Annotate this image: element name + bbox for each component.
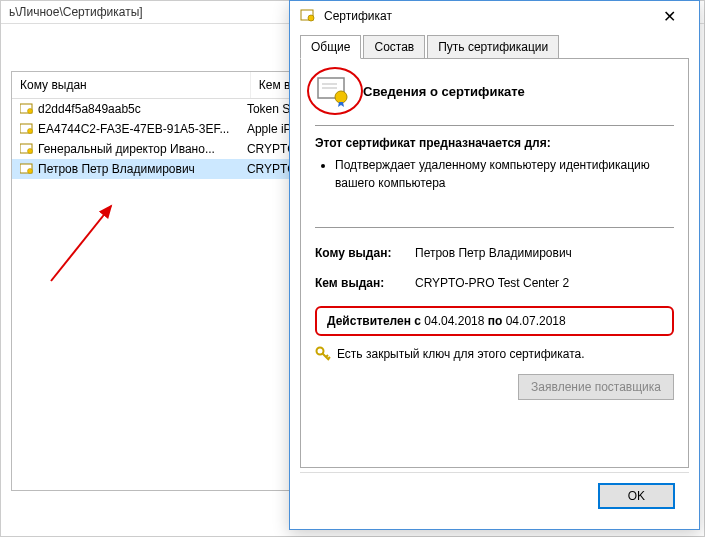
- cert-name: d2dd4f5a849aab5c: [38, 102, 247, 116]
- divider: [315, 227, 674, 228]
- private-key-row: Есть закрытый ключ для этого сертификата…: [315, 346, 674, 362]
- dialog-body: Общие Состав Путь сертификации Сведения …: [290, 31, 699, 529]
- issued-to-value: Петров Петр Владимирович: [415, 246, 674, 260]
- certificate-icon: [20, 123, 34, 135]
- svg-point-3: [28, 129, 33, 134]
- validity-to: 04.07.2018: [506, 314, 566, 328]
- divider: [315, 125, 674, 126]
- issued-by-value: CRYPTO-PRO Test Center 2: [415, 276, 674, 290]
- issued-to-row: Кому выдан: Петров Петр Владимирович: [315, 246, 674, 260]
- validity-prefix: Действителен с: [327, 314, 424, 328]
- key-icon: [315, 346, 331, 362]
- svg-point-10: [308, 15, 314, 21]
- tab-general[interactable]: Общие: [300, 35, 361, 59]
- tab-path[interactable]: Путь сертификации: [427, 35, 559, 58]
- tabs: Общие Состав Путь сертификации: [300, 35, 689, 58]
- issued-by-row: Кем выдан: CRYPTO-PRO Test Center 2: [315, 276, 674, 290]
- cert-info-title: Сведения о сертификате: [363, 84, 525, 99]
- validity-box: Действителен с 04.04.2018 по 04.07.2018: [315, 306, 674, 336]
- cert-info-header: Сведения о сертификате: [315, 73, 674, 109]
- col-issued-to[interactable]: Кому выдан: [12, 72, 251, 98]
- dialog-title: Сертификат: [324, 9, 649, 23]
- certificate-icon: [300, 8, 316, 24]
- cert-name: Генеральный директор Ивано...: [38, 142, 247, 156]
- tab-composition[interactable]: Состав: [363, 35, 425, 58]
- titlebar[interactable]: Сертификат ✕: [290, 1, 699, 31]
- svg-point-1: [28, 109, 33, 114]
- purpose-item: Подтверждает удаленному компьютеру идент…: [335, 156, 674, 192]
- svg-point-14: [335, 91, 347, 103]
- certificate-icon: [20, 143, 34, 155]
- svg-point-5: [28, 149, 33, 154]
- validity-from: 04.04.2018: [424, 314, 484, 328]
- certificate-icon: [20, 103, 34, 115]
- ok-button[interactable]: OK: [598, 483, 675, 509]
- cert-name: EA4744C2-FA3E-47EB-91A5-3EF...: [38, 122, 247, 136]
- purpose-title: Этот сертификат предназначается для:: [315, 136, 674, 150]
- close-button[interactable]: ✕: [649, 4, 689, 28]
- purpose-list: Подтверждает удаленному компьютеру идент…: [315, 156, 674, 192]
- supplier-statement-button[interactable]: Заявление поставщика: [518, 374, 674, 400]
- certificate-icon: [20, 163, 34, 175]
- certificate-dialog: Сертификат ✕ Общие Состав Путь сертифика…: [289, 0, 700, 530]
- tab-content: Сведения о сертификате Этот сертификат п…: [300, 58, 689, 468]
- certificate-icon: [315, 73, 351, 109]
- private-key-text: Есть закрытый ключ для этого сертификата…: [337, 347, 585, 361]
- validity-mid: по: [484, 314, 505, 328]
- issued-by-label: Кем выдан:: [315, 276, 415, 290]
- issued-to-label: Кому выдан:: [315, 246, 415, 260]
- cert-name: Петров Петр Владимирович: [38, 162, 247, 176]
- dialog-footer: OK: [300, 472, 689, 519]
- svg-point-7: [28, 169, 33, 174]
